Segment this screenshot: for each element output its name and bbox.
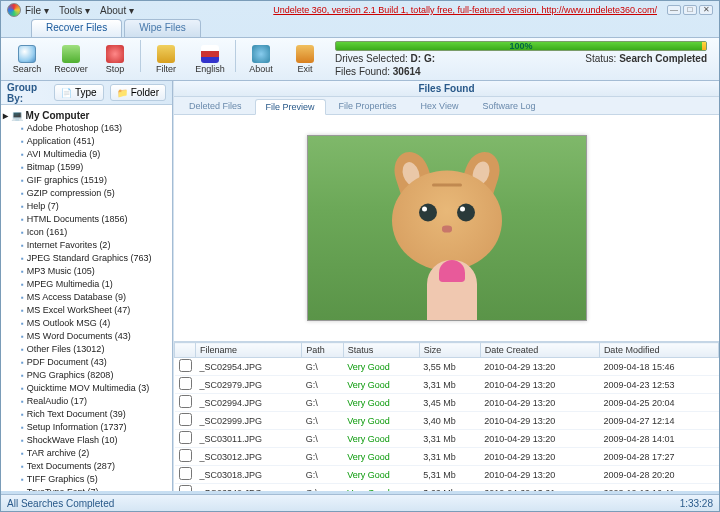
menu-file[interactable]: File ▾ [25,5,49,16]
files-found-header: Files Found [174,81,719,97]
table-row[interactable]: _SC02954.JPGG:\Very Good3,55 Mb2010-04-2… [175,358,719,376]
col-header[interactable]: Status [343,343,419,358]
subtab-file-properties[interactable]: File Properties [328,98,408,114]
sidebar: Group By: 📄 Type 📁 Folder ▸ 💻 My Compute… [1,81,173,491]
about-icon [252,45,270,63]
tree-item[interactable]: Icon (161) [3,226,170,239]
tree-item[interactable]: GZIP compression (5) [3,187,170,200]
exit-icon [296,45,314,63]
toolbar: SearchRecoverStopFilterEnglishAboutExit … [1,37,719,81]
row-checkbox[interactable] [179,449,192,462]
table-row[interactable]: _SC02999.JPGG:\Very Good3,40 Mb2010-04-2… [175,412,719,430]
filter-icon [157,45,175,63]
recover-icon [62,45,80,63]
tree-item[interactable]: Bitmap (1599) [3,161,170,174]
tree-item[interactable]: Internet Favorites (2) [3,239,170,252]
tree-item[interactable]: Setup Information (1737) [3,421,170,434]
tree-item[interactable]: Text Documents (287) [3,460,170,473]
row-checkbox[interactable] [179,395,192,408]
tree-item[interactable]: GIF graphics (1519) [3,174,170,187]
tree-item[interactable]: Adobe Photoshop (163) [3,122,170,135]
close-button[interactable]: ✕ [699,5,713,15]
filter-button[interactable]: Filter [145,40,187,78]
tab-recover-files[interactable]: Recover Files [31,19,122,37]
status-time: 1:33:28 [680,498,713,509]
search-button[interactable]: Search [6,40,48,78]
table-row[interactable]: _SC03018.JPGG:\Very Good5,31 Mb2010-04-2… [175,466,719,484]
group-type-button[interactable]: 📄 Type [54,84,104,101]
tree-item[interactable]: PNG Graphics (8208) [3,369,170,382]
titlebar: File ▾Tools ▾About ▾ Undelete 360, versi… [1,1,719,19]
tree-item[interactable]: JPEG Standard Graphics (763) [3,252,170,265]
tree-item[interactable]: ShockWave Flash (10) [3,434,170,447]
table-row[interactable]: _SC03011.JPGG:\Very Good3,31 Mb2010-04-2… [175,430,719,448]
tree-item[interactable]: AVI Multimedia (9) [3,148,170,161]
progress-bar: 100% [335,41,707,51]
row-checkbox[interactable] [179,431,192,444]
row-checkbox[interactable] [179,359,192,372]
tree-item[interactable]: MS Outlook MSG (4) [3,317,170,330]
col-header[interactable]: Path [302,343,343,358]
minimize-button[interactable]: — [667,5,681,15]
table-row[interactable]: _SC03012.JPGG:\Very Good3,31 Mb2010-04-2… [175,448,719,466]
subtab-hex-view[interactable]: Hex View [410,98,470,114]
tree-item[interactable]: MS Access Database (9) [3,291,170,304]
row-checkbox[interactable] [179,377,192,390]
exit-button[interactable]: Exit [284,40,326,78]
files-found-info: Files Found: 30614 [335,66,421,77]
tree-item[interactable]: Quicktime MOV Multimedia (3) [3,382,170,395]
english-icon [201,45,219,63]
subtab-deleted-files[interactable]: Deleted Files [178,98,253,114]
tree-item[interactable]: HTML Documents (1856) [3,213,170,226]
progress-pct: 100% [509,41,532,51]
table-row[interactable]: _SC02979.JPGG:\Very Good3,31 Mb2010-04-2… [175,376,719,394]
tree-item[interactable]: MP3 Music (105) [3,265,170,278]
row-checkbox[interactable] [179,485,192,491]
tree-item[interactable]: Rich Text Document (39) [3,408,170,421]
col-header[interactable] [175,343,196,358]
about-button[interactable]: About [240,40,282,78]
search-icon [18,45,36,63]
file-grid[interactable]: FilenamePathStatusSizeDate CreatedDate M… [174,341,719,491]
tree-item[interactable]: TIFF Graphics (5) [3,473,170,486]
progress-area: 100% Drives Selected: D: G: Status: Sear… [327,41,715,77]
promo-link[interactable]: Undelete 360, version 2.1 Build 1, total… [273,5,657,15]
tree-item[interactable]: MPEG Multimedia (1) [3,278,170,291]
col-header[interactable]: Size [419,343,480,358]
maximize-button[interactable]: □ [683,5,697,15]
menu-tools[interactable]: Tools ▾ [59,5,90,16]
main-tabs: Recover FilesWipe Files [1,19,719,37]
preview-pane [174,115,719,341]
statusbar: All Searches Completed 1:33:28 [1,494,719,511]
stop-icon [106,45,124,63]
col-header[interactable]: Filename [196,343,302,358]
group-folder-button[interactable]: 📁 Folder [110,84,166,101]
col-header[interactable]: Date Modified [599,343,718,358]
tab-wipe-files[interactable]: Wipe Files [124,19,201,37]
english-button[interactable]: English [189,40,231,78]
menu-about[interactable]: About ▾ [100,5,134,16]
row-checkbox[interactable] [179,413,192,426]
file-type-tree[interactable]: ▸ 💻 My Computer Adobe Photoshop (163)App… [1,105,172,491]
table-row[interactable]: _SC02340.JPGG:\Very Good3,62 Mb2010-04-2… [175,484,719,492]
recover-button[interactable]: Recover [50,40,92,78]
tree-item[interactable]: TrueType Font (7) [3,486,170,491]
tree-item[interactable]: Application (451) [3,135,170,148]
tree-item[interactable]: TAR archive (2) [3,447,170,460]
stop-button[interactable]: Stop [94,40,136,78]
tree-root[interactable]: ▸ 💻 My Computer [3,109,170,122]
tree-item[interactable]: Other Files (13012) [3,343,170,356]
drives-info: Drives Selected: D: G: [335,53,435,64]
status-info: Status: Search Completed [585,53,707,64]
tree-item[interactable]: Help (7) [3,200,170,213]
window-buttons: —□✕ [667,5,713,15]
row-checkbox[interactable] [179,467,192,480]
table-row[interactable]: _SC02994.JPGG:\Very Good3,45 Mb2010-04-2… [175,394,719,412]
subtab-file-preview[interactable]: File Preview [255,99,326,115]
tree-item[interactable]: MS Excel WorkSheet (47) [3,304,170,317]
tree-item[interactable]: MS Word Documents (43) [3,330,170,343]
col-header[interactable]: Date Created [480,343,599,358]
tree-item[interactable]: RealAudio (17) [3,395,170,408]
tree-item[interactable]: PDF Document (43) [3,356,170,369]
subtab-software-log[interactable]: Software Log [471,98,546,114]
